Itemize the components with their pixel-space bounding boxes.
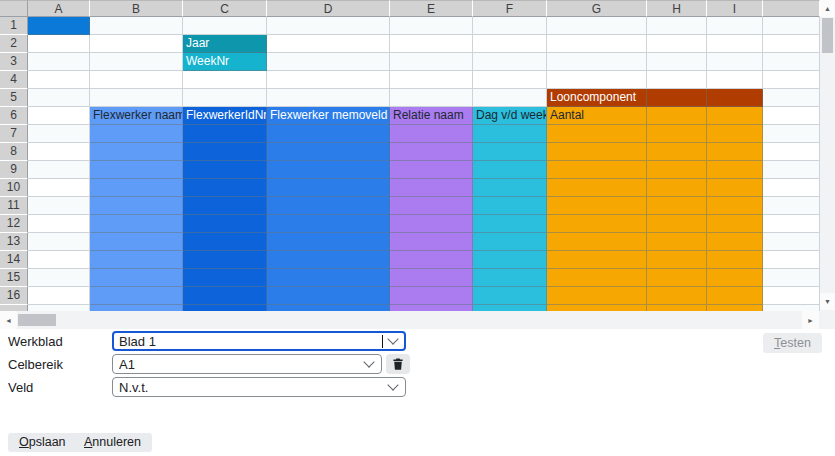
chevron-down-icon[interactable] — [387, 379, 398, 390]
cell-clipped1[interactable] — [763, 17, 820, 35]
cell-I3[interactable] — [707, 53, 763, 71]
cell-I9[interactable] — [707, 161, 763, 179]
cell-B14[interactable] — [90, 251, 183, 269]
cell-C13[interactable] — [183, 233, 267, 251]
row-header-6[interactable]: 6 — [0, 107, 28, 125]
cell-F6[interactable]: Dag v/d week — [473, 107, 547, 125]
cell-A9[interactable] — [28, 161, 90, 179]
column-header-A[interactable]: A — [28, 0, 90, 17]
vertical-scroll-thumb[interactable] — [822, 18, 833, 53]
cell-I7[interactable] — [707, 125, 763, 143]
cell-F8[interactable] — [473, 143, 547, 161]
cell-clipped6[interactable] — [763, 107, 820, 125]
cell-E10[interactable] — [390, 179, 473, 197]
cell-G6[interactable]: Aantal — [547, 107, 647, 125]
cell-C11[interactable] — [183, 197, 267, 215]
cell-E14[interactable] — [390, 251, 473, 269]
cell-H14[interactable] — [647, 251, 707, 269]
cell-H16[interactable] — [647, 287, 707, 305]
cell-G4[interactable] — [547, 71, 647, 89]
cell-G11[interactable] — [547, 197, 647, 215]
cell-G5[interactable]: Looncomponent — [547, 89, 647, 107]
cell-D1[interactable] — [267, 17, 390, 35]
cell-B12[interactable] — [90, 215, 183, 233]
cell-G10[interactable] — [547, 179, 647, 197]
cell-I4[interactable] — [707, 71, 763, 89]
cell-B5[interactable] — [90, 89, 183, 107]
cell-B9[interactable] — [90, 161, 183, 179]
cell-C7[interactable] — [183, 125, 267, 143]
cell-D15[interactable] — [267, 269, 390, 287]
vertical-scrollbar[interactable]: ▲ ▼ — [820, 0, 835, 311]
cell-D2[interactable] — [267, 35, 390, 53]
annuleren-button[interactable]: Annuleren — [73, 433, 152, 452]
cell-A1[interactable] — [28, 17, 90, 35]
cell-clipped15[interactable] — [763, 269, 820, 287]
cell-F13[interactable] — [473, 233, 547, 251]
cell-G1[interactable] — [547, 17, 647, 35]
cell-A14[interactable] — [28, 251, 90, 269]
row-header-9[interactable]: 9 — [0, 161, 28, 179]
cell-C5[interactable] — [183, 89, 267, 107]
row-header-8[interactable]: 8 — [0, 143, 28, 161]
column-header-D[interactable]: D — [267, 0, 390, 17]
scroll-right-icon[interactable]: ► — [802, 311, 819, 329]
cell-G2[interactable] — [547, 35, 647, 53]
cell-clipped11[interactable] — [763, 197, 820, 215]
cell-A4[interactable] — [28, 71, 90, 89]
cell-I14[interactable] — [707, 251, 763, 269]
cell-D9[interactable] — [267, 161, 390, 179]
select-all-corner[interactable] — [0, 0, 28, 17]
cell-C9[interactable] — [183, 161, 267, 179]
column-header-clipped[interactable] — [763, 0, 820, 17]
cell-E11[interactable] — [390, 197, 473, 215]
column-header-I[interactable]: I — [707, 0, 763, 17]
cell-H9[interactable] — [647, 161, 707, 179]
cell-clipped12[interactable] — [763, 215, 820, 233]
cell-H8[interactable] — [647, 143, 707, 161]
row-header-11[interactable]: 11 — [0, 197, 28, 215]
cell-F2[interactable] — [473, 35, 547, 53]
cell-C8[interactable] — [183, 143, 267, 161]
cell-C16[interactable] — [183, 287, 267, 305]
cell-H4[interactable] — [647, 71, 707, 89]
cell-D14[interactable] — [267, 251, 390, 269]
cell-B16[interactable] — [90, 287, 183, 305]
horizontal-scroll-thumb[interactable] — [18, 314, 56, 326]
cell-H1[interactable] — [647, 17, 707, 35]
cell-E9[interactable] — [390, 161, 473, 179]
cell-B7[interactable] — [90, 125, 183, 143]
cell-B10[interactable] — [90, 179, 183, 197]
cell-I16[interactable] — [707, 287, 763, 305]
cell-H3[interactable] — [647, 53, 707, 71]
cell-F7[interactable] — [473, 125, 547, 143]
cell-G9[interactable] — [547, 161, 647, 179]
cell-I5[interactable] — [707, 89, 763, 107]
cell-F4[interactable] — [473, 71, 547, 89]
cell-C3[interactable]: WeekNr — [183, 53, 267, 71]
cell-E3[interactable] — [390, 53, 473, 71]
row-header-1[interactable]: 1 — [0, 17, 28, 35]
cell-C15[interactable] — [183, 269, 267, 287]
cell-D6[interactable]: Flexwerker memoveld — [267, 107, 390, 125]
cell-H6[interactable] — [647, 107, 707, 125]
cell-clipped3[interactable] — [763, 53, 820, 71]
cell-H5[interactable] — [647, 89, 707, 107]
column-header-G[interactable]: G — [547, 0, 647, 17]
cell-I13[interactable] — [707, 233, 763, 251]
cell-D11[interactable] — [267, 197, 390, 215]
cell-E2[interactable] — [390, 35, 473, 53]
cell-B15[interactable] — [90, 269, 183, 287]
cell-E16[interactable] — [390, 287, 473, 305]
cell-A12[interactable] — [28, 215, 90, 233]
cell-A2[interactable] — [28, 35, 90, 53]
cell-A5[interactable] — [28, 89, 90, 107]
chevron-down-icon[interactable] — [387, 333, 398, 344]
cell-clipped13[interactable] — [763, 233, 820, 251]
cell-C4[interactable] — [183, 71, 267, 89]
cell-B13[interactable] — [90, 233, 183, 251]
cell-I6[interactable] — [707, 107, 763, 125]
cell-H12[interactable] — [647, 215, 707, 233]
column-header-H[interactable]: H — [647, 0, 707, 17]
cell-F10[interactable] — [473, 179, 547, 197]
